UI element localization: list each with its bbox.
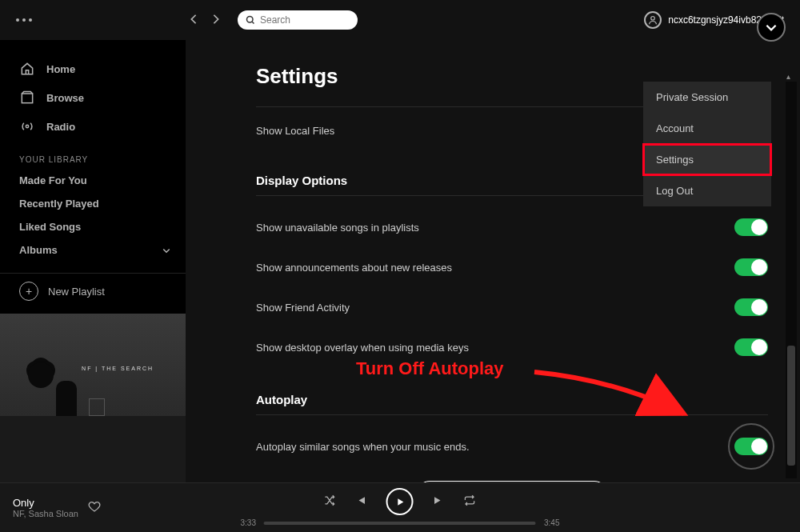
radio-icon [19, 118, 35, 134]
sidebar-item-home[interactable]: Home [0, 54, 186, 83]
search-box[interactable] [238, 10, 358, 30]
toggle-unavailable-songs[interactable] [734, 218, 768, 236]
dropdown-log-out[interactable]: Log Out [643, 175, 771, 206]
library-item-liked-songs[interactable]: Liked Songs [0, 215, 186, 238]
option-label: Autoplay similar songs when your music e… [256, 441, 470, 453]
library-item-recently-played[interactable]: Recently Played [0, 192, 186, 215]
seek-bar[interactable] [264, 522, 536, 525]
svg-point-0 [247, 17, 254, 23]
user-dropdown-toggle[interactable] [757, 13, 786, 42]
annotation-circle [728, 423, 774, 470]
search-icon [246, 15, 255, 25]
library-item-albums[interactable]: Albums [0, 238, 186, 262]
dropdown-account[interactable]: Account [643, 113, 771, 144]
toggle-announcements[interactable] [734, 258, 768, 276]
nav-forward-button[interactable] [210, 12, 222, 29]
library-item-label: Recently Played [19, 198, 99, 210]
total-time: 3:45 [544, 518, 559, 527]
new-playlist-label: New Playlist [48, 286, 105, 298]
topbar: ncxc6tzgnsjyz94ivb82kwt7t [0, 0, 800, 40]
app-window: ncxc6tzgnsjyz94ivb82kwt7t Home Browse Ra… [0, 0, 800, 532]
playback-controls: 3:33 3:45 [241, 488, 560, 527]
play-button[interactable] [386, 488, 414, 515]
library-item-label: Albums [19, 244, 58, 256]
previous-button[interactable] [355, 494, 367, 510]
sidebar-item-browse[interactable]: Browse [0, 83, 186, 112]
dropdown-settings[interactable]: Settings [643, 144, 771, 175]
user-dropdown-menu: Private Session Account Settings Log Out [643, 82, 771, 206]
library-header: YOUR LIBRARY [0, 141, 186, 169]
scroll-up-icon[interactable]: ▴ [786, 72, 790, 81]
repeat-button[interactable] [464, 494, 476, 510]
browse-icon [19, 90, 35, 106]
progress-bar: 3:33 3:45 [241, 518, 560, 527]
option-friend-activity: Show Friend Activity [256, 298, 768, 316]
divider [256, 414, 768, 415]
nav-back-button[interactable] [188, 12, 199, 29]
library-item-label: Liked Songs [19, 221, 81, 233]
sidebar-item-label: Radio [46, 121, 75, 133]
option-label: Show announcements about new releases [256, 262, 452, 274]
now-playing-title[interactable]: Only [13, 497, 78, 509]
toggle-desktop-overlay[interactable] [734, 338, 768, 356]
avatar-icon [644, 11, 662, 29]
sidebar: Home Browse Radio YOUR LIBRARY Made For … [0, 40, 186, 482]
dropdown-private-session[interactable]: Private Session [643, 82, 771, 113]
toggle-friend-activity[interactable] [734, 298, 768, 316]
main-scrollbar-thumb[interactable] [787, 346, 795, 466]
main-scrollbar-track[interactable]: ▴ ▾ [786, 82, 797, 478]
like-button[interactable] [88, 500, 101, 516]
section-autoplay: Autoplay [256, 393, 800, 406]
shuffle-button[interactable] [324, 494, 336, 510]
search-input[interactable] [260, 14, 340, 26]
elapsed-time: 3:33 [241, 518, 256, 527]
option-label: Show unavailable songs in playlists [256, 222, 419, 234]
sidebar-item-radio[interactable]: Radio [0, 112, 186, 141]
option-label: Show desktop overlay when using media ke… [256, 342, 469, 354]
option-unavailable-songs: Show unavailable songs in playlists [256, 218, 768, 236]
library-item-label: Made For You [19, 174, 87, 186]
svg-point-3 [26, 125, 28, 127]
svg-rect-2 [22, 94, 32, 103]
now-playing-info: Only NF, Sasha Sloan [13, 497, 78, 518]
now-playing-artist[interactable]: NF, Sasha Sloan [13, 509, 78, 518]
option-desktop-overlay: Show desktop overlay when using media ke… [256, 338, 768, 356]
sidebar-item-label: Home [46, 63, 75, 75]
option-announcements: Show announcements about new releases [256, 258, 768, 276]
now-playing-album-art[interactable]: NF | THE SEARCH [0, 314, 186, 482]
window-menu-icon[interactable] [16, 18, 32, 22]
home-icon [19, 61, 35, 77]
new-playlist-button[interactable]: + New Playlist [0, 273, 186, 309]
now-playing-bar: Only NF, Sasha Sloan 3:33 3:45 [0, 482, 800, 532]
nav-arrows [188, 12, 222, 29]
next-button[interactable] [433, 494, 445, 510]
library-item-made-for-you[interactable]: Made For You [0, 169, 186, 192]
album-art-caption: NF | THE SEARCH [82, 366, 154, 371]
svg-point-1 [651, 17, 655, 21]
sidebar-item-label: Browse [46, 92, 84, 104]
chevron-down-icon [162, 246, 171, 258]
plus-icon: + [19, 282, 38, 301]
option-label: Show Friend Activity [256, 302, 350, 314]
option-autoplay: Autoplay similar songs when your music e… [256, 438, 768, 455]
